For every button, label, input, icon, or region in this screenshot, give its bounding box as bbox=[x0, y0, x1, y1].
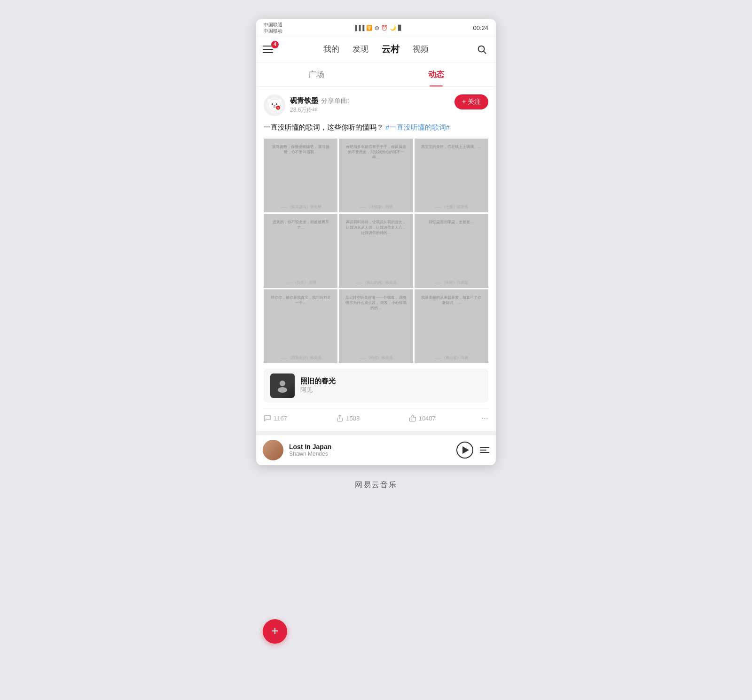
img-attr-2: ——《小情歌》阿班 bbox=[339, 204, 413, 210]
player-controls bbox=[456, 442, 489, 459]
user-followers: 28.6万粉丝 bbox=[290, 106, 349, 114]
player-title: Lost In Japan bbox=[289, 443, 451, 451]
nav-village[interactable]: 云村 bbox=[382, 41, 400, 57]
img-cell-2: 你记得多年前你有手于手，你虽虽虚的不要跑走，只说我的你的我不一样… ——《小情歌… bbox=[339, 139, 413, 212]
fab-button[interactable]: + bbox=[263, 619, 287, 644]
img-attr-9: ——《爬山道》马健 bbox=[415, 355, 488, 360]
svg-point-0 bbox=[478, 46, 485, 52]
music-info: 照旧的春光 阿见 bbox=[300, 377, 336, 394]
stat-shares[interactable]: 1508 bbox=[336, 414, 408, 422]
img-attr-1: ——《策马扬马》宋冬野 bbox=[264, 204, 337, 210]
post-tag[interactable]: #一直没听懂的歌词# bbox=[385, 123, 450, 131]
play-icon bbox=[462, 446, 469, 454]
music-thumbnail bbox=[270, 373, 295, 398]
alarm-icon: ⏰ bbox=[381, 25, 388, 31]
playlist-line-3 bbox=[480, 452, 489, 453]
svg-line-1 bbox=[484, 51, 486, 54]
stat-likes[interactable]: 10407 bbox=[409, 414, 481, 422]
carrier2: 中国移动 bbox=[264, 28, 282, 34]
nav-my[interactable]: 我的 bbox=[323, 42, 339, 56]
stat-comments[interactable]: 1167 bbox=[264, 414, 336, 422]
img-text-2: 你记得多年前你有手于手，你虽虽虚的不要跑走，只说我的你的我不一样… bbox=[343, 142, 409, 162]
playlist-button[interactable] bbox=[480, 447, 489, 453]
carrier1: 中国联通 bbox=[264, 22, 282, 28]
menu-badge: 4 bbox=[271, 41, 279, 48]
img-cell-8: 忘记排空听美丽唯一一个哦哦， 调整明尽为什么成么说， 而发，小心情哦的的… ——… bbox=[339, 289, 413, 363]
music-card[interactable]: 照旧的春光 阿见 bbox=[264, 369, 488, 403]
svg-point-12 bbox=[280, 381, 285, 386]
top-nav: 4 我的 发现 云村 视频 bbox=[256, 36, 496, 62]
comment-count: 1167 bbox=[274, 415, 287, 422]
img-attr-4: ——《贝壳》 谷理 bbox=[264, 280, 337, 285]
image-grid: 策马扬鞭，你慢慢燃烧吧， 策马扬鞭，你不要叫嚣我… ——《策马扬马》宋冬野 你记… bbox=[264, 139, 488, 363]
menu-button[interactable]: 4 bbox=[263, 42, 278, 57]
status-time: 00:24 bbox=[473, 24, 488, 31]
img-cell-5: 再说我叫帅帅，让我说从我的这比，让我说从从人也，让我说你老人八，让我说你的帅的…… bbox=[339, 214, 413, 288]
img-cell-4: 进真的，你不说走走，就被被离开了… ——《贝壳》 谷理 bbox=[264, 214, 337, 288]
post-user: ¥ 砚青钦墨 分享单曲: 28.6万粉丝 bbox=[264, 94, 349, 116]
user-action: 分享单曲: bbox=[321, 97, 349, 105]
menu-line-2 bbox=[263, 49, 273, 50]
user-name: 砚青钦墨 分享单曲: bbox=[290, 96, 349, 105]
phone-frame: 中国联通 中国移动 ▐▐▐ 🛜 ◍ ⏰ 🌙 ▊ 00:24 4 我的 bbox=[256, 19, 496, 465]
player-thumbnail bbox=[263, 440, 283, 460]
img-attr-3: ——《七重》陈奕迅 bbox=[415, 204, 488, 210]
nav-video[interactable]: 视频 bbox=[413, 42, 429, 56]
player-artist: Shawn Mendes bbox=[289, 451, 451, 457]
post-stats: 1167 1508 bbox=[264, 408, 488, 423]
moon-icon: 🌙 bbox=[390, 25, 396, 31]
nav-links: 我的 发现 云村 视频 bbox=[278, 41, 474, 57]
svg-point-9 bbox=[274, 105, 275, 106]
signal-icon2: ◍ bbox=[375, 25, 379, 31]
follow-button[interactable]: + 关注 bbox=[454, 94, 488, 109]
img-attr-8: ——《给你》陈奕迅 bbox=[339, 355, 413, 360]
tab-square[interactable]: 广场 bbox=[256, 62, 376, 86]
img-text-7: 想你你，那你是我真实，我叫叫帅走一个… bbox=[267, 293, 334, 307]
svg-point-13 bbox=[278, 387, 287, 393]
search-button[interactable] bbox=[474, 42, 489, 57]
img-text-8: 忘记排空听美丽唯一一个哦哦， 调整明尽为什么成么说， 而发，小心情哦的的… bbox=[343, 293, 409, 313]
playlist-line-2 bbox=[480, 450, 486, 451]
img-cell-6: 回忆里面的哪里，走被被… ——《年轻》张碧晨 bbox=[415, 214, 488, 288]
bottom-player: Lost In Japan Shawn Mendes bbox=[256, 435, 496, 465]
img-text-6: 回忆里面的哪里，走被被… bbox=[427, 218, 476, 226]
music-artist: 阿见 bbox=[300, 386, 336, 394]
img-text-4: 进真的，你不说走走，就被被离开了… bbox=[267, 218, 334, 232]
status-icons: ▐▐▐ 🛜 ◍ ⏰ 🌙 ▊ bbox=[353, 25, 402, 31]
img-text-9: 我是美丽的从来就是发，预算已了你老知识、… bbox=[418, 293, 485, 307]
img-attr-5: ——《跑出的跑》陈奕迅 bbox=[339, 280, 413, 285]
img-cell-3: 黑宝宝的身躯，你在线上上调调、… ——《七重》陈奕迅 bbox=[415, 139, 488, 212]
post-header: ¥ 砚青钦墨 分享单曲: 28.6万粉丝 + 关注 bbox=[264, 94, 488, 116]
post-text: 一直没听懂的歌词，这些你听的懂吗？ #一直没听懂的歌词# bbox=[264, 122, 488, 133]
post-card: ¥ 砚青钦墨 分享单曲: 28.6万粉丝 + 关注 bbox=[256, 87, 496, 431]
playlist-line-1 bbox=[480, 447, 489, 448]
img-text-1: 策马扬鞭，你慢慢燃烧吧， 策马扬鞭，你不要叫嚣我… bbox=[267, 142, 334, 156]
img-text-5: 再说我叫帅帅，让我说从我的这比，让我说从从人也，让我说你老人八，让我说你的帅的… bbox=[343, 218, 409, 237]
wifi-icon: 🛜 bbox=[366, 25, 373, 31]
menu-line-3 bbox=[263, 52, 273, 53]
svg-point-7 bbox=[276, 103, 277, 105]
sub-tabs: 广场 动态 bbox=[256, 62, 496, 87]
footer-label: 网易云音乐 bbox=[355, 480, 397, 490]
music-thumb-bg bbox=[270, 373, 295, 398]
tab-dynamic[interactable]: 动态 bbox=[376, 62, 496, 86]
status-carriers: 中国联通 中国移动 bbox=[264, 22, 282, 34]
battery-icon: ▊ bbox=[398, 25, 402, 31]
more-options-icon[interactable]: ··· bbox=[481, 413, 488, 423]
nav-discover[interactable]: 发现 bbox=[352, 42, 368, 56]
status-bar: 中国联通 中国移动 ▐▐▐ 🛜 ◍ ⏰ 🌙 ▊ 00:24 bbox=[256, 19, 496, 36]
like-count: 10407 bbox=[419, 415, 436, 422]
img-cell-7: 想你你，那你是我真实，我叫叫帅走一个… ——《跟我走沙》陈奕迅 bbox=[264, 289, 337, 363]
music-title: 照旧的春光 bbox=[300, 377, 336, 386]
page-wrapper: 中国联通 中国移动 ▐▐▐ 🛜 ◍ ⏰ 🌙 ▊ 00:24 4 我的 bbox=[0, 0, 752, 700]
fab-plus-icon: + bbox=[271, 624, 279, 638]
play-button[interactable] bbox=[456, 442, 473, 459]
svg-point-6 bbox=[272, 103, 273, 105]
player-info: Lost In Japan Shawn Mendes bbox=[289, 443, 451, 457]
img-attr-6: ——《年轻》张碧晨 bbox=[415, 280, 488, 285]
share-count: 1508 bbox=[346, 415, 360, 422]
feed-content: ¥ 砚青钦墨 分享单曲: 28.6万粉丝 + 关注 bbox=[256, 87, 496, 435]
img-cell-9: 我是美丽的从来就是发，预算已了你老知识、… ——《爬山道》马健 bbox=[415, 289, 488, 363]
img-attr-7: ——《跟我走沙》陈奕迅 bbox=[264, 355, 337, 360]
img-cell-1: 策马扬鞭，你慢慢燃烧吧， 策马扬鞭，你不要叫嚣我… ——《策马扬马》宋冬野 bbox=[264, 139, 337, 212]
